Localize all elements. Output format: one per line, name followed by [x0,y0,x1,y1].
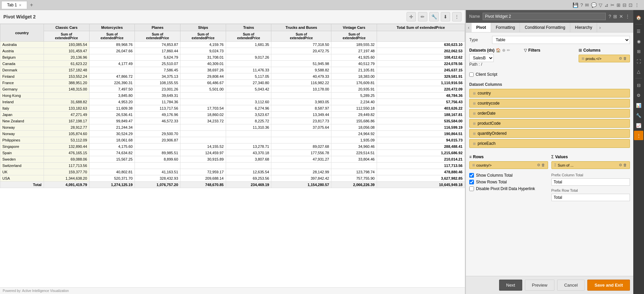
datasets-edit-icon[interactable]: ✏ [507,48,510,53]
toolbar-more-btn[interactable]: ⋮ [452,12,462,21]
rp-tab-next[interactable]: › [597,23,603,32]
dataset-column-item[interactable]: ⊞priceEach [469,139,630,148]
datasets-label: Datasets (ds) [469,48,494,53]
row-settings-icon[interactable]: ⚙ [537,163,540,167]
strip-icon-home[interactable]: 🏠 [634,13,643,22]
rp-close-icon[interactable]: ✕ [619,14,623,19]
strip-icon-1[interactable]: ☰ [634,26,643,36]
dataset-select[interactable]: SalesB [469,54,494,62]
strip-icon-7[interactable]: ⚙ [634,91,643,100]
type-select[interactable]: Table [492,36,630,44]
dataset-column-item[interactable]: ⊞quantityOrdered [469,129,630,138]
toolbar-settings-btn[interactable]: 🔧 [429,12,439,21]
strip-icon-6[interactable]: ⊟ [634,80,643,90]
row-value-cell: 176,609.81 [331,80,377,86]
dataset-columns-section: Dataset Columns ⊞country⊞countrycode⊞ord… [469,82,630,149]
tab-formatting[interactable]: Formatting [491,23,520,32]
column-tag-actions[interactable]: ⚙ 🗑 [619,56,627,61]
dataset-column-item[interactable]: ⊞productCode [469,119,630,128]
column-settings-icon[interactable]: ⚙ [619,56,622,61]
header-icon-expand[interactable]: ⊡ [629,2,633,8]
row-value-cell [271,131,331,137]
add-tab-button[interactable]: + [27,2,36,8]
strip-icon-8[interactable]: 📊 [634,101,643,110]
row-tag-country[interactable]: ⊞ country/> ⚙ 🗑 [469,161,548,169]
row-delete-icon[interactable]: 🗑 [541,163,545,167]
cancel-button[interactable]: Cancel [557,280,585,291]
datasets-add-icon[interactable]: ⊕ [502,48,505,53]
table-row: Switzerland117,713.56117,713.56 [0,163,465,169]
rp-more-icon[interactable]: ⋮ [625,14,630,19]
toolbar-download-btn[interactable]: ⬇ [441,12,450,21]
values-section: Σ Values Σ Sum of ... ⚙ 🗑 [551,155,630,170]
dataset-column-item[interactable]: ⊞orderDate [469,109,630,118]
value-tag-sum[interactable]: Σ Sum of ... ⚙ 🗑 [551,161,630,169]
disable-drill-label: Disable Pivot Drill Data Hyperlink [476,186,535,191]
next-button[interactable]: Next [499,280,522,291]
save-exit-button[interactable]: Save and Exit [587,280,630,291]
tab-pivot[interactable]: Pivot [472,23,491,32]
prefix-col-input[interactable] [551,178,630,186]
strip-icon-5[interactable]: △ [634,67,643,76]
dataset-columns-title: Dataset Columns [469,82,630,87]
strip-icon-2[interactable]: ◉ [634,37,643,46]
table-row: UK159,377.7040,802.8141,163.5172,959.171… [0,169,465,175]
tab-close-icon[interactable]: ✕ [19,3,21,7]
row-value-cell: 74,853.87 [135,42,180,48]
strip-icon-11[interactable]: ⋮ [634,131,643,140]
client-script-checkbox[interactable] [469,72,474,77]
value-delete-icon[interactable]: 🗑 [623,163,627,167]
row-value-cell [135,143,180,150]
row-country-cell: Japan [0,112,44,118]
strip-icon-9[interactable]: 🔧 [634,111,643,120]
strip-icon-10[interactable]: 📈 [634,121,643,130]
pivot-table-wrapper[interactable]: country Classic Cars Motorcycles Planes … [0,24,465,287]
header-icon-save[interactable]: 💾 [573,2,578,8]
strip-separator [635,24,642,24]
row-value-cell: 108,155.55 [135,80,180,86]
rp-tab-prev[interactable]: ‹ [466,23,472,32]
header-icon-grid[interactable]: ⊟ [623,2,627,8]
rp-expand-icon[interactable]: ⊞ [613,14,617,19]
table-row: Belgium20,136.965,624.7931,708.019,017.2… [0,54,465,61]
row-value-cell: 116,599.19 [377,124,465,131]
row-value-cell: 4,953.20 [89,99,135,105]
value-settings-icon[interactable]: ⚙ [619,163,622,167]
header-icon-help[interactable]: ? [580,2,583,8]
header-icon-chat[interactable]: 💬 [591,2,597,8]
strip-icon-3[interactable]: ⊞ [634,47,643,56]
header-icon-dots[interactable]: ⋮ [635,2,639,8]
header-icon-filter2[interactable]: ⊿ [604,2,608,8]
header-icon-scissors[interactable]: ✂ [610,2,614,8]
rp-title-input[interactable] [483,13,606,20]
value-tag-label: Sum of ... [558,163,574,167]
strip-icon-4[interactable]: ⛶ [634,57,643,66]
tab-conditional-formatting[interactable]: Conditional Formatting [520,23,570,32]
show-cols-total-checkbox[interactable] [469,173,474,178]
header-icon-filter[interactable]: ▽ [599,2,602,8]
datasets-home-icon[interactable]: 🏠 [496,48,501,53]
dataset-column-item[interactable]: ⊞country [469,89,630,98]
column-delete-icon[interactable]: 🗑 [623,56,627,61]
tab-1[interactable]: Tab 1 ✕ [1,1,27,9]
column-tag-produ[interactable]: ⊞ produ.</> ⚙ 🗑 [579,55,630,62]
row-value-cell: 4,177.49 [89,61,135,67]
rp-help-icon[interactable]: ? [608,14,611,19]
toolbar-edit-btn[interactable]: ✏ [418,12,427,21]
preview-button[interactable]: Preview [525,280,554,291]
disable-drill-checkbox[interactable] [469,186,474,191]
prefix-row-input[interactable] [551,194,630,201]
row-value-cell: 8,587.97 [271,105,331,112]
values-header: Σ Values [551,155,630,159]
toolbar-move-btn[interactable]: ✛ [407,12,416,21]
dataset-column-item[interactable]: ⊞countrycode [469,99,630,108]
filters-label: Filters [528,48,540,53]
ds-col-icon: ⊞ [473,92,476,95]
row-value-cell: 43,370.18 [226,150,271,156]
header-icon-mail[interactable]: ✉ [585,2,589,8]
row-tag-actions[interactable]: ⚙ 🗑 [537,163,545,167]
header-icon-table[interactable]: ⊞ [616,2,621,8]
show-rows-total-checkbox[interactable] [469,180,474,184]
value-tag-actions[interactable]: ⚙ 🗑 [619,163,627,167]
tab-hierarchy[interactable]: Hierarchy [570,23,597,32]
